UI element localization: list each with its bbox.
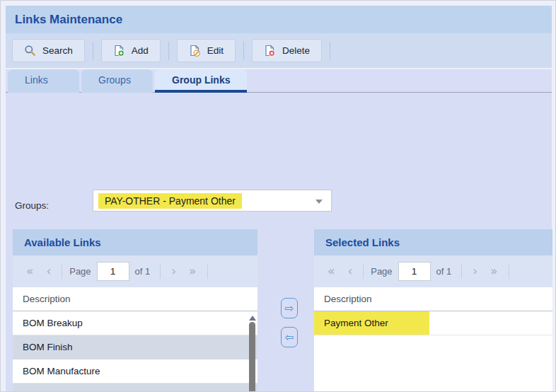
list-item[interactable]: Branch Credit Note xyxy=(13,384,257,392)
available-panel-header: Available Links xyxy=(13,229,257,255)
pager-separator xyxy=(207,265,208,279)
toolbar-separator xyxy=(93,42,93,60)
page-label: Page xyxy=(69,266,91,277)
pager-separator xyxy=(363,265,364,279)
selected-panel-title: Selected Links xyxy=(325,236,400,248)
edit-icon xyxy=(189,45,201,57)
list-item[interactable]: BOM Finish xyxy=(13,335,257,359)
groups-dropdown-value: PAY-OTHER - Payment Other xyxy=(98,193,242,209)
groups-field-label: Groups: xyxy=(15,195,49,217)
toolbar-separator xyxy=(243,42,244,60)
description-column-header[interactable]: Description xyxy=(314,287,552,311)
list-item-label: BOM Breakup xyxy=(13,311,93,335)
tab-links-label: Links xyxy=(25,74,48,86)
page-number-input[interactable] xyxy=(398,262,431,281)
pager-separator xyxy=(62,265,62,279)
delete-icon xyxy=(264,45,276,57)
links-maintenance-window: Links Maintenance Search xyxy=(6,6,552,392)
available-links-panel: Available Links « ‹ Page of 1 › » Descri… xyxy=(13,229,257,392)
page-label: Page xyxy=(371,266,392,277)
tab-group-links-label: Group Links xyxy=(172,74,230,86)
edit-button[interactable]: Edit xyxy=(177,39,236,62)
selected-links-panel: Selected Links « ‹ Page of 1 › » Descrip… xyxy=(314,229,552,392)
add-icon xyxy=(113,45,125,57)
list-item[interactable]: Payment Other xyxy=(314,311,552,335)
list-item[interactable]: BOM Manufacture xyxy=(13,359,257,384)
page-number-input[interactable] xyxy=(97,262,129,281)
chevron-down-icon xyxy=(315,200,323,204)
move-left-icon: ⇦ xyxy=(285,331,294,344)
window-title: Links Maintenance xyxy=(15,13,122,27)
selected-panel-header: Selected Links xyxy=(314,229,552,255)
selected-grid: Description Payment Other xyxy=(314,287,552,392)
next-page-button[interactable]: › xyxy=(165,263,183,280)
selected-list: Payment Other xyxy=(314,311,552,335)
page-of-label: of 1 xyxy=(135,266,151,277)
available-pager: « ‹ Page of 1 › » xyxy=(13,255,257,287)
page-of-label: of 1 xyxy=(436,266,452,277)
groups-dropdown[interactable]: PAY-OTHER - Payment Other xyxy=(93,190,332,212)
description-column-header[interactable]: Description xyxy=(13,287,257,311)
last-page-button[interactable]: » xyxy=(484,263,504,280)
last-page-button[interactable]: » xyxy=(183,263,202,280)
selected-pager: « ‹ Page of 1 › » xyxy=(314,255,552,287)
pager-separator xyxy=(461,265,462,279)
available-list: BOM BreakupBOM FinishBOM ManufactureBran… xyxy=(13,311,257,392)
available-grid: Description BOM BreakupBOM FinishBOM Man… xyxy=(13,287,257,392)
tab-group-links[interactable]: Group Links xyxy=(155,69,247,93)
next-page-button[interactable]: › xyxy=(466,263,484,280)
list-item-label: BOM Manufacture xyxy=(13,359,110,383)
available-panel-title: Available Links xyxy=(24,236,101,248)
tab-groups[interactable]: Groups xyxy=(81,69,153,93)
vertical-scrollbar[interactable] xyxy=(248,313,257,392)
search-button[interactable]: Search xyxy=(12,39,85,62)
add-button[interactable]: Add xyxy=(101,39,161,62)
move-to-selected-button[interactable]: ⇨ xyxy=(281,298,298,318)
search-icon xyxy=(24,45,36,57)
pager-separator xyxy=(509,265,509,279)
toolbar: Search Add xyxy=(6,33,552,68)
add-button-label: Add xyxy=(132,45,149,56)
pager-separator xyxy=(160,265,161,279)
tab-groups-label: Groups xyxy=(98,74,131,86)
list-item[interactable]: BOM Breakup xyxy=(13,311,257,335)
titlebar: Links Maintenance xyxy=(6,6,552,33)
toolbar-separator xyxy=(330,42,330,60)
edit-button-label: Edit xyxy=(207,45,224,56)
search-button-label: Search xyxy=(42,45,73,56)
list-item-label: BOM Finish xyxy=(13,335,83,359)
move-right-icon: ⇨ xyxy=(285,302,294,315)
prev-page-button[interactable]: ‹ xyxy=(40,263,57,280)
content-area: Groups: PAY-OTHER - Payment Other Availa… xyxy=(6,93,552,392)
first-page-button[interactable]: « xyxy=(321,263,341,280)
scroll-up-icon[interactable] xyxy=(249,316,256,321)
move-to-available-button[interactable]: ⇦ xyxy=(281,327,298,347)
prev-page-button[interactable]: ‹ xyxy=(341,263,359,280)
delete-button-label: Delete xyxy=(282,45,310,56)
list-item-label: Payment Other xyxy=(314,311,429,335)
list-item-label: Branch Credit Note xyxy=(13,384,114,392)
first-page-button[interactable]: « xyxy=(20,263,40,280)
tab-bar: Links Groups Group Links xyxy=(6,69,552,93)
toolbar-separator xyxy=(168,42,169,60)
delete-button[interactable]: Delete xyxy=(252,39,322,62)
tab-links[interactable]: Links xyxy=(8,69,79,93)
scrollbar-thumb[interactable] xyxy=(249,322,255,392)
